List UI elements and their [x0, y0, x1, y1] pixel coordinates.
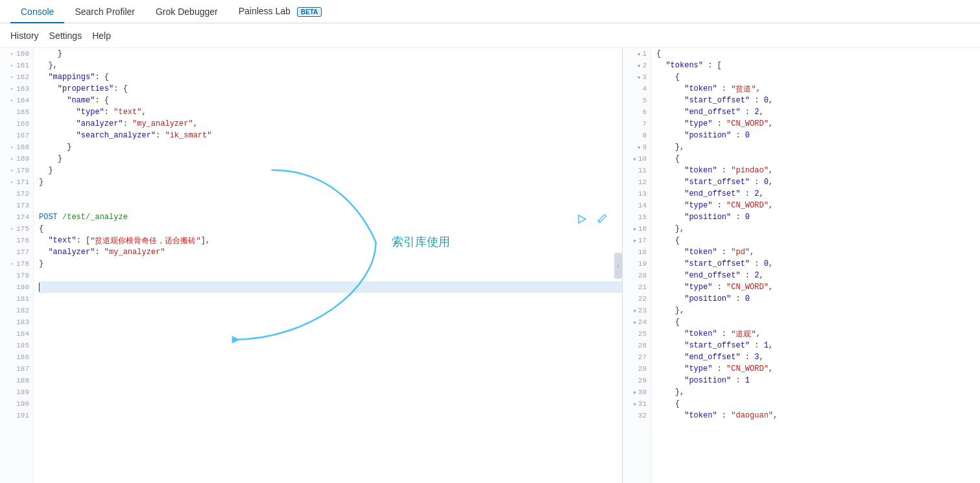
tab-search-profiler[interactable]: Search Profiler: [64, 1, 145, 23]
svg-marker-2: [579, 215, 586, 223]
output-code-line: {: [656, 235, 980, 246]
editor-line-number: 181: [0, 293, 33, 305]
editor-code-line[interactable]: POST /test/_analyze: [39, 211, 622, 223]
editor-code-line[interactable]: }: [39, 153, 622, 165]
editor-line-number: ▾171: [0, 176, 33, 188]
output-line-number: ▾17: [623, 235, 651, 246]
subnav-settings[interactable]: Settings: [49, 30, 82, 41]
editor-line-number: 176: [0, 235, 33, 246]
editor-code-line[interactable]: "properties": {: [39, 83, 622, 95]
editor-code-line[interactable]: [39, 305, 622, 316]
output-code-line: "end_offset" : 2,: [656, 270, 980, 281]
editor-code-line[interactable]: }: [39, 165, 622, 176]
output-code-line: },: [656, 386, 980, 398]
editor-actions: [574, 211, 610, 227]
editor-line-number: 188: [0, 375, 33, 386]
output-line-number: ▾1: [623, 48, 651, 60]
output-content[interactable]: ▾1▾2▾345678▾9▾101112131415▾16▾1718192021…: [623, 48, 980, 483]
editor-code-line[interactable]: [39, 340, 622, 351]
editor-line-number: 187: [0, 363, 33, 375]
output-line-number: 32: [623, 410, 651, 421]
output-code-line: "type" : "CN_WORD",: [656, 118, 980, 130]
output-code-line: "token" : "pindao",: [656, 165, 980, 176]
editor-code-line[interactable]: "name": {: [39, 95, 622, 106]
editor-code-line[interactable]: "text": ["贫道观你根骨奇佳，适合搬砖"],: [39, 235, 622, 246]
sub-nav: History Settings Help: [0, 23, 980, 48]
editor-code-line[interactable]: [39, 386, 622, 398]
output-line-number: 11: [623, 165, 651, 176]
output-code-line: "position" : 1: [656, 375, 980, 386]
output-line-number: 25: [623, 328, 651, 340]
editor-line-number: 172: [0, 188, 33, 200]
editor-line-number: 167: [0, 130, 33, 141]
editor-code-line[interactable]: [39, 281, 622, 293]
editor-code-line[interactable]: [39, 328, 622, 340]
tab-grok-debugger[interactable]: Grok Debugger: [145, 1, 228, 23]
editor-code-line[interactable]: "analyzer": "my_analyzer",: [39, 118, 622, 130]
editor-code-line[interactable]: [39, 375, 622, 386]
editor-code-line[interactable]: [39, 188, 622, 200]
editor-code-line[interactable]: }: [39, 141, 622, 153]
output-code-content[interactable]: { "tokens" : [ { "token" : "贫道", "start_…: [651, 48, 980, 483]
output-line-number: ▾3: [623, 71, 651, 83]
editor-code-line[interactable]: [39, 410, 622, 421]
subnav-help[interactable]: Help: [92, 30, 111, 41]
editor-code-line[interactable]: "type": "text",: [39, 106, 622, 118]
editor-code-line[interactable]: {: [39, 223, 622, 235]
run-button[interactable]: [574, 211, 590, 227]
editor-area[interactable]: ▾160▾161▾162▾163▾164165166167▾168▾169▾17…: [0, 48, 622, 483]
output-code-line: "position" : 0: [656, 130, 980, 141]
editor-code-line[interactable]: [39, 293, 622, 305]
editor-code-line[interactable]: [39, 398, 622, 410]
output-code-line: "start_offset" : 1,: [656, 340, 980, 351]
output-line-number: 18: [623, 246, 651, 258]
output-code-line: "type" : "CN_WORD",: [656, 200, 980, 211]
editor-code-line[interactable]: }: [39, 258, 622, 270]
editor-line-number: ▾162: [0, 71, 33, 83]
output-line-number: 14: [623, 200, 651, 211]
output-line-number: 12: [623, 176, 651, 188]
editor-code-line[interactable]: "analyzer": "my_analyzer": [39, 246, 622, 258]
output-code-line: "start_offset" : 0,: [656, 95, 980, 106]
editor-code-content[interactable]: } }, "mappings": { "properties": { "name…: [34, 48, 622, 483]
editor-code-line[interactable]: },: [39, 60, 622, 71]
tab-painless-lab[interactable]: Painless Lab BETA: [228, 1, 333, 23]
output-code-line: "position" : 0: [656, 293, 980, 305]
beta-badge: BETA: [297, 7, 322, 17]
editor-line-number: 165: [0, 106, 33, 118]
output-line-number: 20: [623, 270, 651, 281]
output-line-numbers: ▾1▾2▾345678▾9▾101112131415▾16▾1718192021…: [623, 48, 651, 483]
editor-code-line[interactable]: }: [39, 48, 622, 60]
editor-line-number: 184: [0, 328, 33, 340]
main-content: ▾160▾161▾162▾163▾164165166167▾168▾169▾17…: [0, 48, 980, 483]
editor-code-line[interactable]: [39, 200, 622, 211]
top-nav: Console Search Profiler Grok Debugger Pa…: [0, 0, 980, 23]
code-editor[interactable]: ▾160▾161▾162▾163▾164165166167▾168▾169▾17…: [0, 48, 622, 483]
output-code-line: {: [656, 153, 980, 165]
editor-code-line[interactable]: [39, 270, 622, 281]
output-line-number: 4: [623, 83, 651, 95]
panel-divider[interactable]: · · ·: [614, 253, 622, 279]
editor-line-number: ▾163: [0, 83, 33, 95]
editor-code-line[interactable]: [39, 351, 622, 363]
editor-code-line[interactable]: "mappings": {: [39, 71, 622, 83]
editor-code-line[interactable]: }: [39, 176, 622, 188]
editor-line-number: 191: [0, 410, 33, 421]
output-code-line: "token" : "pd",: [656, 246, 980, 258]
output-code-line: "tokens" : [: [656, 60, 980, 71]
output-code-line: "token" : "道观",: [656, 328, 980, 340]
wrench-button[interactable]: [595, 211, 610, 227]
editor-line-number: 174: [0, 211, 33, 223]
tab-console[interactable]: Console: [10, 1, 64, 23]
editor-line-numbers: ▾160▾161▾162▾163▾164165166167▾168▾169▾17…: [0, 48, 34, 483]
editor-code-line[interactable]: [39, 316, 622, 328]
subnav-history[interactable]: History: [10, 30, 39, 41]
editor-line-number: 186: [0, 351, 33, 363]
output-line-number: 5: [623, 95, 651, 106]
editor-line-number: ▾160: [0, 48, 33, 60]
editor-code-line[interactable]: [39, 363, 622, 375]
editor-line-number: 189: [0, 386, 33, 398]
editor-code-line[interactable]: "search_analyzer": "ik_smart": [39, 130, 622, 141]
editor-line-number: ▾168: [0, 141, 33, 153]
output-line-number: 26: [623, 340, 651, 351]
